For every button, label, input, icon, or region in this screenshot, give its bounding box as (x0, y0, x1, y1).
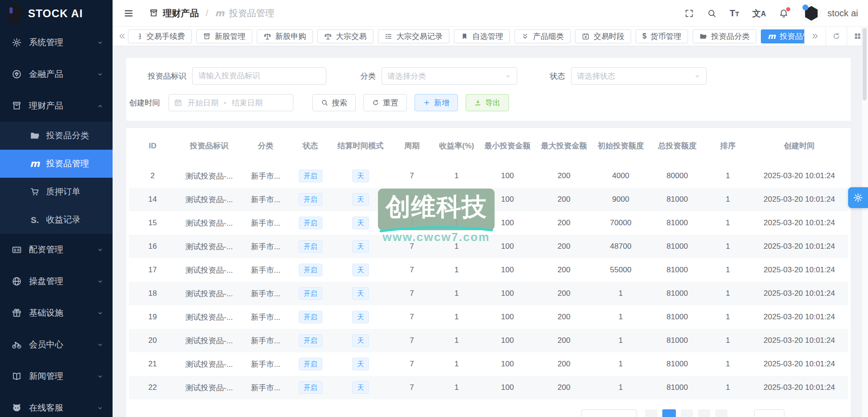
sidebar-item-member-center[interactable]: 会员中心 (0, 329, 113, 360)
scrollbar-thumb[interactable] (863, 28, 867, 100)
breadcrumb-section[interactable]: 理财产品 (163, 7, 199, 19)
sidebar-item-pledge-orders[interactable]: 质押订单 (0, 178, 113, 206)
filter-row-2: 创建时间 开始日期 - 结束日期 搜索 重置 (126, 94, 840, 111)
sidebar-item-trading-mgmt[interactable]: 操盘管理 (0, 265, 113, 297)
status-select[interactable]: 请选择状态 (571, 67, 707, 85)
cell-created: 2025-03-20 10:01:24 (750, 188, 848, 211)
notification-bell-icon[interactable] (779, 9, 788, 18)
cell-mode: 天 (331, 282, 390, 305)
cell-rate: 1 (434, 329, 479, 352)
settings-gear-button[interactable] (848, 187, 868, 208)
fullscreen-icon[interactable] (684, 9, 694, 18)
tab-block-trade-records[interactable]: 大宗交易记录 (378, 29, 449, 43)
dollar-icon: $ (642, 33, 646, 40)
column-header-name: 投资品标识 (176, 128, 242, 164)
cell-min: 100 (479, 258, 536, 282)
cell-created: 2025-03-20 10:01:24 (750, 352, 848, 376)
cell-max: 200 (536, 188, 592, 211)
cell-total: 81000 (649, 376, 705, 399)
tab-trading-session[interactable]: 交易时段 (575, 29, 631, 43)
translate-icon[interactable]: 文A (752, 9, 766, 18)
header-actions: TT 文A stock ai (684, 4, 858, 23)
category-select[interactable]: 请选择分类 (382, 67, 517, 85)
cell-category: 新手市... (242, 305, 289, 329)
gift-icon (12, 308, 22, 318)
status-placeholder: 请选择状态 (577, 71, 615, 81)
gear-icon (12, 38, 22, 47)
cell-sort: 1 (705, 329, 750, 352)
date-separator: - (224, 98, 226, 107)
logo: STOCK AI (0, 0, 113, 27)
cell-name: 测试投资品-... (176, 188, 242, 211)
status-badge: 开启 (299, 358, 322, 370)
cell-id: 22 (129, 376, 176, 399)
tab-product-subcategory[interactable]: 产品细类 (514, 29, 571, 43)
cell-category: 新手市... (242, 329, 289, 352)
cell-initial: 70000 (592, 211, 649, 235)
sidebar-item-news-mgmt[interactable]: 新闻管理 (0, 360, 113, 392)
reset-button-label: 重置 (383, 98, 398, 108)
pager-page-button[interactable] (715, 409, 727, 417)
pager-page-button[interactable] (698, 409, 710, 417)
vertical-scrollbar[interactable] (861, 27, 868, 417)
search-button[interactable]: 搜索 (312, 94, 356, 111)
tab-currency-mgmt[interactable]: $货币管理 (636, 29, 688, 43)
cell-created: 2025-03-20 10:01:24 (750, 164, 848, 188)
tab-new-stock-mgmt[interactable]: 新股管理 (196, 29, 252, 43)
cell-period: 7 (390, 282, 434, 305)
tab-new-stock-subscribe[interactable]: 新股申购 (257, 29, 313, 43)
sidebar-item-funding-mgmt[interactable]: $配资管理 (0, 234, 113, 265)
sidebar-item-online-support[interactable]: 在线客服 (0, 392, 113, 417)
tabs-scroll-right-icon[interactable] (804, 27, 826, 46)
clipped-icon (135, 33, 142, 40)
tab-label: 产品细类 (533, 31, 564, 42)
cell-name: 测试投资品-... (176, 282, 242, 305)
pager-prev-button[interactable] (645, 409, 657, 417)
cell-mode: 天 (331, 164, 390, 188)
cell-min: 100 (479, 235, 536, 258)
avatar[interactable] (802, 4, 821, 23)
export-button[interactable]: 导出 (466, 94, 509, 111)
sidebar-item-finance-products[interactable]: 金融产品 (0, 58, 113, 90)
pager-page-active[interactable] (662, 409, 676, 417)
cell-period: 7 (390, 211, 434, 235)
tabs-refresh-icon[interactable] (826, 27, 847, 46)
reset-button[interactable]: 重置 (363, 94, 407, 111)
sidebar-item-label: 系统管理 (29, 37, 63, 48)
cell-max: 200 (536, 305, 592, 329)
search-icon[interactable] (707, 9, 717, 18)
tab-investment-mgmt[interactable]: m投资品管理 (761, 29, 804, 43)
sidebar-item-investment-category[interactable]: 投资品分类 (0, 122, 113, 150)
tab-investment-category[interactable]: 投资品分类 (693, 29, 756, 43)
cell-initial: 48700 (592, 235, 649, 258)
tab-block-trade[interactable]: 大宗交易 (317, 29, 373, 43)
add-button[interactable]: 新增 (415, 94, 458, 111)
cell-initial: 55000 (592, 258, 649, 282)
table-row: 14测试投资品-...新手市...开启天71100200900081000120… (129, 188, 848, 211)
sidebar-item-investment-mgmt[interactable]: m投资品管理 (0, 150, 113, 178)
breadcrumb-separator: / (206, 8, 208, 19)
page-size-select[interactable] (581, 409, 637, 417)
pager-jump-input[interactable] (754, 409, 784, 417)
notification-badge (786, 7, 790, 11)
sidebar-item-infrastructure[interactable]: 基础设施 (0, 297, 113, 329)
mode-badge: 天 (352, 217, 369, 229)
tab-trade-fee[interactable]: 交易手续费 (128, 29, 192, 43)
date-range-input[interactable]: 开始日期 - 结束日期 (169, 94, 293, 111)
sidebar-item-label: 投资品分类 (46, 130, 89, 142)
cell-status: 开启 (289, 282, 331, 305)
folder-open-icon (699, 33, 707, 40)
tab-watchlist-mgmt[interactable]: 自选管理 (454, 29, 510, 43)
sidebar-item-system-mgmt[interactable]: 系统管理 (0, 27, 113, 58)
pager-page-button[interactable] (681, 409, 693, 417)
cell-name: 测试投资品-... (176, 352, 242, 376)
tabs-scroll-left-icon[interactable] (118, 32, 126, 40)
font-size-icon[interactable]: TT (730, 9, 739, 18)
cell-name: 测试投资品-... (176, 164, 242, 188)
column-header-created: 创建时间 (750, 128, 848, 164)
sidebar-item-income-records[interactable]: S.收益记录 (0, 206, 113, 234)
sidebar-collapse-icon[interactable] (123, 8, 134, 19)
column-header-sort: 排序 (705, 128, 750, 164)
sidebar-item-wealth-products[interactable]: 理财产品 (0, 90, 113, 122)
keyword-input[interactable] (192, 67, 326, 85)
